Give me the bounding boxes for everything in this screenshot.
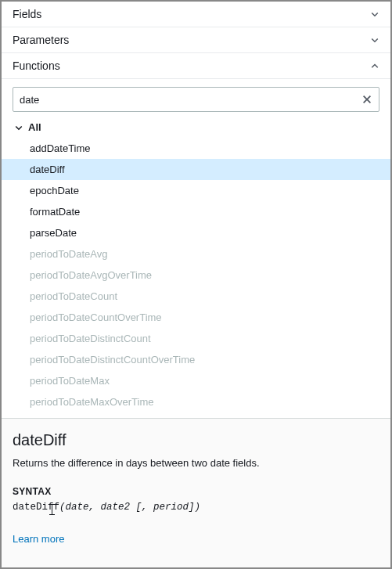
function-list-wrapper: addDateTimedateDiffepochDateformatDatepa…	[2, 138, 390, 418]
function-item[interactable]: dateDiff	[2, 159, 390, 180]
function-item[interactable]: formatDate	[2, 201, 390, 222]
syntax-function-name: dateDiff	[13, 502, 59, 513]
function-item: periodToDateMedian	[2, 412, 390, 418]
detail-title: dateDiff	[13, 431, 379, 449]
chevron-down-icon	[370, 9, 379, 19]
function-item[interactable]: parseDate	[2, 222, 390, 243]
syntax-expression: dateDiff(date, date2 [, period])	[13, 502, 379, 513]
learn-more-link[interactable]: Learn more	[13, 533, 64, 545]
functions-section-header[interactable]: Functions	[2, 53, 390, 79]
search-box	[13, 87, 379, 112]
function-item: periodToDateMax	[2, 370, 390, 391]
syntax-label: SYNTAX	[13, 486, 379, 497]
function-item: periodToDateMaxOverTime	[2, 391, 390, 412]
chevron-down-icon	[14, 123, 23, 132]
function-detail-panel: dateDiff Returns the difference in days …	[2, 418, 390, 567]
function-item: periodToDateCountOverTime	[2, 307, 390, 328]
all-filter-row[interactable]: All	[2, 118, 390, 138]
search-row	[2, 79, 390, 118]
function-item[interactable]: epochDate	[2, 180, 390, 201]
chevron-down-icon	[370, 35, 379, 45]
function-item: periodToDateDistinctCount	[2, 328, 390, 349]
function-item: periodToDateCount	[2, 286, 390, 307]
function-item[interactable]: addDateTime	[2, 138, 390, 159]
function-item: periodToDateAvgOverTime	[2, 265, 390, 286]
functions-title: Functions	[13, 59, 60, 72]
close-icon	[361, 94, 372, 105]
all-filter-label: All	[28, 121, 41, 133]
parameters-section-header[interactable]: Parameters	[2, 27, 390, 53]
detail-description: Returns the difference in days between t…	[13, 457, 379, 469]
function-item: periodToDateAvg	[2, 243, 390, 265]
function-item: periodToDateDistinctCountOverTime	[2, 349, 390, 370]
function-list[interactable]: addDateTimedateDiffepochDateformatDatepa…	[2, 138, 390, 418]
clear-search-button[interactable]	[360, 92, 374, 106]
syntax-arguments: (date, date2 [, period])	[59, 502, 200, 513]
fields-title: Fields	[13, 8, 41, 20]
fields-section-header[interactable]: Fields	[2, 2, 390, 27]
search-input[interactable]	[20, 94, 355, 106]
chevron-up-icon	[370, 61, 379, 70]
parameters-title: Parameters	[13, 34, 69, 46]
